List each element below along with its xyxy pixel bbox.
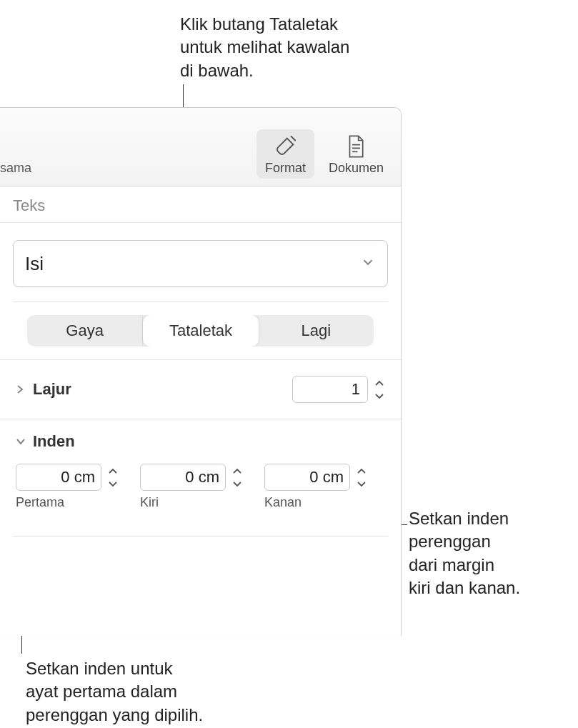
indent-first-input[interactable] <box>16 464 101 491</box>
indent-right-label: Kanan <box>264 495 370 510</box>
stepper-down-button[interactable] <box>353 477 370 491</box>
tab-more-label: Lagi <box>302 321 332 340</box>
format-label: Format <box>265 161 306 176</box>
divider <box>13 536 388 537</box>
document-button[interactable]: Dokumen <box>320 129 392 179</box>
stepper-buttons <box>104 464 121 491</box>
document-icon <box>343 134 369 159</box>
toolbar-partial-label: sama <box>0 161 31 176</box>
indent-right-stepper <box>264 464 370 491</box>
callout-bottom: Setkan inden untuk ayat pertama dalam pe… <box>26 657 203 727</box>
document-label: Dokumen <box>329 161 384 176</box>
text-tab-bar: Gaya Tataletak Lagi <box>27 315 374 346</box>
stepper-down-button[interactable] <box>371 389 388 403</box>
stepper-up-button[interactable] <box>229 464 246 477</box>
indent-first-stepper <box>16 464 121 491</box>
indent-first-column: Pertama <box>16 464 121 510</box>
paragraph-style-dropdown[interactable]: Isi <box>13 240 388 287</box>
callout-top: Klik butang Tataletak untuk melihat kawa… <box>180 13 349 82</box>
divider <box>13 301 388 302</box>
tab-style[interactable]: Gaya <box>27 315 143 346</box>
callout-right: Setkan inden perenggan dari margin kiri … <box>409 507 520 600</box>
stepper-buttons <box>353 464 370 491</box>
toolbar-left-partial: sama <box>0 161 31 179</box>
indent-label: Inden <box>33 432 388 451</box>
chevron-down-icon <box>360 254 376 273</box>
callout-right-text: Setkan inden perenggan dari margin kiri … <box>409 507 520 600</box>
stepper-buttons <box>229 464 246 491</box>
columns-input[interactable] <box>292 376 368 403</box>
callout-bottom-text: Setkan inden untuk ayat pertama dalam pe… <box>26 657 203 727</box>
indent-right-input[interactable] <box>264 464 350 491</box>
tab-style-label: Gaya <box>66 321 104 340</box>
columns-label: Lajur <box>33 380 292 399</box>
indent-header: Inden <box>16 432 388 451</box>
chevron-down-icon[interactable] <box>16 437 26 446</box>
columns-stepper <box>292 376 388 403</box>
indent-right-column: Kanan <box>264 464 370 510</box>
stepper-up-button[interactable] <box>371 376 388 389</box>
callout-top-text: Klik butang Tataletak untuk melihat kawa… <box>180 13 349 82</box>
indent-controls: Pertama Kiri <box>16 464 388 510</box>
stepper-down-button[interactable] <box>104 477 121 491</box>
stepper-down-button[interactable] <box>229 477 246 491</box>
tab-more[interactable]: Lagi <box>259 315 374 346</box>
chevron-right-icon[interactable] <box>16 384 26 395</box>
toolbar: sama Format Dokumen <box>0 108 401 186</box>
format-panel: sama Format Dokumen <box>0 107 402 636</box>
indent-section: Inden Pertama <box>0 419 401 530</box>
indent-left-label: Kiri <box>140 495 246 510</box>
indent-left-stepper <box>140 464 246 491</box>
stepper-up-button[interactable] <box>104 464 121 477</box>
section-title: Teks <box>0 186 401 223</box>
indent-first-label: Pertama <box>16 495 121 510</box>
indent-left-input[interactable] <box>140 464 226 491</box>
tab-layout-label: Tataletak <box>169 321 232 340</box>
columns-row: Lajur <box>0 359 401 419</box>
stepper-buttons <box>371 376 388 403</box>
paintbrush-icon <box>272 134 298 159</box>
indent-left-column: Kiri <box>140 464 246 510</box>
paragraph-style-value: Isi <box>25 253 44 275</box>
format-button[interactable]: Format <box>256 129 314 179</box>
stepper-up-button[interactable] <box>353 464 370 477</box>
tab-layout[interactable]: Tataletak <box>143 315 258 346</box>
